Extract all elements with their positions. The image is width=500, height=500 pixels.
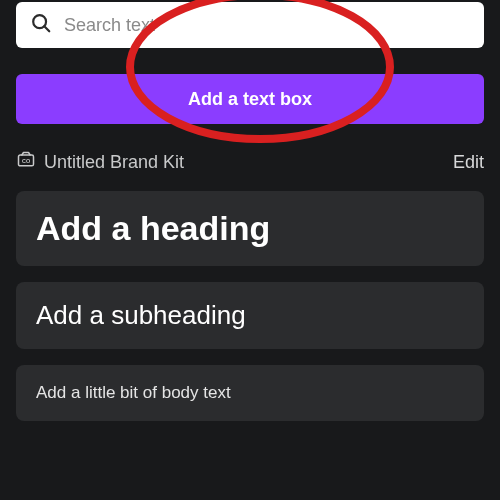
body-preset-label: Add a little bit of body text [36, 383, 464, 403]
add-heading-button[interactable]: Add a heading [16, 191, 484, 266]
svg-text:CO: CO [22, 158, 30, 164]
svg-line-1 [44, 26, 49, 31]
add-subheading-button[interactable]: Add a subheading [16, 282, 484, 349]
brand-kit-row: CO Untitled Brand Kit Edit [16, 150, 484, 175]
search-input[interactable] [64, 15, 470, 36]
search-bar[interactable] [16, 2, 484, 48]
brand-kit-edit-link[interactable]: Edit [453, 152, 484, 173]
brand-kit-icon: CO [16, 150, 36, 175]
brand-kit-label-group: CO Untitled Brand Kit [16, 150, 184, 175]
search-icon [30, 12, 52, 38]
add-body-text-button[interactable]: Add a little bit of body text [16, 365, 484, 421]
add-text-box-button[interactable]: Add a text box [16, 74, 484, 124]
brand-kit-title: Untitled Brand Kit [44, 152, 184, 173]
heading-preset-label: Add a heading [36, 209, 464, 248]
subheading-preset-label: Add a subheading [36, 300, 464, 331]
